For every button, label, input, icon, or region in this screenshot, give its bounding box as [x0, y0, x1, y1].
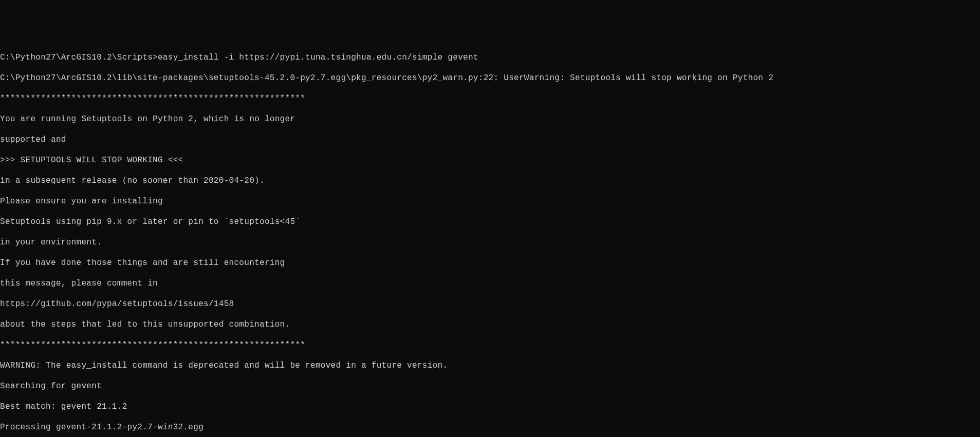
terminal-line: in a subsequent release (no sooner than … — [0, 176, 980, 186]
terminal-output[interactable]: C:\Python27\ArcGIS10.2\Scripts>easy_inst… — [0, 42, 980, 437]
terminal-line: >>> SETUPTOOLS WILL STOP WORKING <<< — [0, 155, 980, 165]
terminal-line: Please ensure you are installing — [0, 196, 980, 206]
terminal-line: WARNING: The easy_install command is dep… — [0, 360, 980, 371]
terminal-line: in your environment. — [0, 237, 980, 248]
terminal-line: this message, please comment in — [0, 278, 980, 289]
terminal-line: Best match: gevent 21.1.2 — [0, 402, 980, 412]
terminal-line: about the steps that led to this unsuppo… — [0, 319, 980, 330]
terminal-line: If you have done those things and are st… — [0, 258, 980, 268]
terminal-line: ****************************************… — [0, 93, 980, 104]
terminal-line: Searching for gevent — [0, 381, 980, 391]
terminal-line: Setuptools using pip 9.x or later or pin… — [0, 217, 980, 227]
terminal-line: supported and — [0, 135, 980, 145]
terminal-line: C:\Python27\ArcGIS10.2\Scripts>easy_inst… — [0, 52, 980, 63]
terminal-line: https://github.com/pypa/setuptools/issue… — [0, 299, 980, 309]
terminal-line: ****************************************… — [0, 340, 980, 350]
terminal-line: You are running Setuptools on Python 2, … — [0, 114, 980, 124]
terminal-line: C:\Python27\ArcGIS10.2\lib\site-packages… — [0, 73, 980, 83]
terminal-line: Processing gevent-21.1.2-py2.7-win32.egg — [0, 422, 980, 432]
